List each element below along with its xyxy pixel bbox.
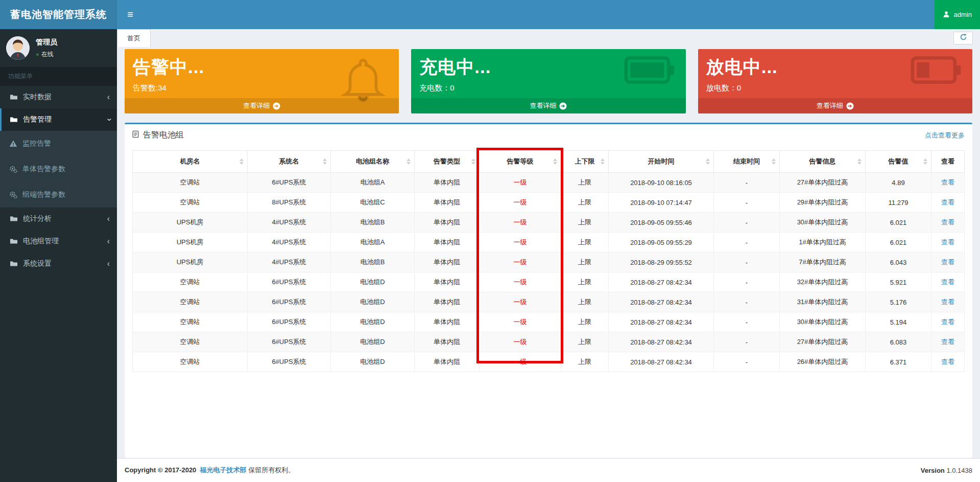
sidebar-item-alarm-management[interactable]: 告警管理‹ xyxy=(0,108,117,131)
table-cell: 一级 xyxy=(480,292,561,312)
view-more-link[interactable]: 点击查看更多 xyxy=(925,131,965,140)
table-cell: 6#UPS系统 xyxy=(248,312,331,332)
column-header[interactable]: 开始时间 xyxy=(609,151,714,173)
warning-triangle-icon xyxy=(9,140,17,148)
sidebar-item-system-settings[interactable]: 系统设置‹ xyxy=(0,253,117,275)
sidebar-item-group-alarm-params[interactable]: 组端告警参数 xyxy=(0,182,117,208)
table-cell: 1#单体内阻过高 xyxy=(780,233,866,253)
table-cell: 6#UPS系统 xyxy=(248,332,331,352)
column-header[interactable]: 结束时间 xyxy=(714,151,780,173)
table-cell: 空调站 xyxy=(133,292,248,312)
view-link[interactable]: 查看 xyxy=(941,318,954,326)
table-cell: UPS机房 xyxy=(133,233,248,253)
table-cell: 2018-08-27 08:42:34 xyxy=(609,352,714,372)
table-row: 空调站6#UPS系统电池组D单体内阻一级上限2018-08-27 08:42:3… xyxy=(133,292,965,312)
app-title[interactable]: 蓄电池智能管理系统 xyxy=(0,0,117,29)
table-cell: 电池组D xyxy=(331,332,415,352)
table-cell: 11.279 xyxy=(866,193,931,213)
table-cell: 29#单体内阻过高 xyxy=(780,193,866,213)
discharging-card-details-button[interactable]: 查看详细 xyxy=(698,98,972,113)
column-header[interactable]: 告警类型 xyxy=(415,151,480,173)
table-cell: 一级 xyxy=(480,193,561,213)
view-link[interactable]: 查看 xyxy=(941,198,954,206)
column-header[interactable]: 电池组名称 xyxy=(331,151,415,173)
column-header[interactable]: 机房名 xyxy=(133,151,248,173)
tab-bar: 首页 xyxy=(117,29,980,47)
table-cell: 5.921 xyxy=(866,272,931,292)
alarm-card: 告警中... 告警数:34 查看详细 xyxy=(125,49,399,113)
avatar xyxy=(6,36,30,60)
navbar: ≡ admin xyxy=(117,0,980,29)
table-cell: 4.89 xyxy=(866,173,931,193)
table-cell: 6.021 xyxy=(866,213,931,233)
table-cell: 单体内阻 xyxy=(415,272,480,292)
charging-card-details-button[interactable]: 查看详细 xyxy=(411,98,685,113)
view-link[interactable]: 查看 xyxy=(941,238,954,246)
table-cell: 26#单体内阻过高 xyxy=(780,352,866,372)
table-cell: 上限 xyxy=(561,213,609,233)
sidebar-item-battery-group-management[interactable]: 电池组管理‹ xyxy=(0,230,117,253)
tab-home[interactable]: 首页 xyxy=(117,29,151,47)
view-link[interactable]: 查看 xyxy=(941,258,954,266)
view-link[interactable]: 查看 xyxy=(941,178,954,186)
arrow-circle-right-icon xyxy=(559,102,567,110)
table-cell: 单体内阻 xyxy=(415,173,480,193)
table-row: 空调站6#UPS系统电池组D单体内阻一级上限2018-08-27 08:42:3… xyxy=(133,272,965,292)
table-cell: 6.083 xyxy=(866,332,931,352)
table-cell: 30#单体内阻过高 xyxy=(780,312,866,332)
table-cell: 电池组B xyxy=(331,253,415,272)
table-cell: UPS机房 xyxy=(133,253,248,272)
sidebar-item-realtime-data[interactable]: 实时数据‹ xyxy=(0,86,117,108)
gears-icon xyxy=(9,165,17,173)
column-header[interactable]: 上下限 xyxy=(561,151,609,173)
sort-arrows-icon xyxy=(471,158,475,165)
chevron-left-icon: ‹ xyxy=(107,216,110,221)
column-header[interactable]: 告警信息 xyxy=(780,151,866,173)
table-cell: 4#UPS系统 xyxy=(248,233,331,253)
sidebar-user-panel: 管理员 ●在线 xyxy=(0,29,117,67)
chevron-left-icon: ‹ xyxy=(107,95,110,100)
column-header[interactable]: 告警值 xyxy=(866,151,931,173)
sidebar-menu: 实时数据‹ 告警管理‹ 监控告警 单体告警参数 组端告警参数 xyxy=(0,86,117,275)
sort-arrows-icon xyxy=(240,158,244,165)
sidebar-item-cell-alarm-params[interactable]: 单体告警参数 xyxy=(0,156,117,182)
table-cell: 一级 xyxy=(480,272,561,292)
sidebar-user-name: 管理员 xyxy=(36,38,57,47)
view-link[interactable]: 查看 xyxy=(941,218,954,226)
table-cell: - xyxy=(714,272,780,292)
alarm-card-details-button[interactable]: 查看详细 xyxy=(125,98,399,113)
table-cell: 2018-09-05 09:55:46 xyxy=(609,213,714,233)
copyright-text: Copyright © 2017-2020 xyxy=(125,466,196,474)
view-link[interactable]: 查看 xyxy=(941,298,954,306)
sort-arrows-icon xyxy=(772,158,776,165)
view-link[interactable]: 查看 xyxy=(941,338,954,346)
table-cell: 上限 xyxy=(561,253,609,272)
view-link[interactable]: 查看 xyxy=(941,278,954,286)
table-cell: 电池组D xyxy=(331,272,415,292)
menu-section-label: 功能菜单 xyxy=(0,67,117,86)
table-cell: 一级 xyxy=(480,233,561,253)
sidebar-item-monitor-alarm[interactable]: 监控告警 xyxy=(0,131,117,156)
table-cell: 一级 xyxy=(480,173,561,193)
table-cell: 上限 xyxy=(561,193,609,213)
sort-arrows-icon xyxy=(857,158,862,165)
user-menu[interactable]: admin xyxy=(935,0,980,29)
table-cell: 空调站 xyxy=(133,193,248,213)
table-cell: 5.194 xyxy=(866,312,931,332)
view-link[interactable]: 查看 xyxy=(941,358,954,365)
column-header[interactable]: 系统名 xyxy=(248,151,331,173)
column-header[interactable]: 告警等级 xyxy=(480,151,561,173)
table-cell: 空调站 xyxy=(133,312,248,332)
table-cell: 空调站 xyxy=(133,352,248,372)
company-link[interactable]: 福光电子技术部 xyxy=(200,466,247,474)
table-cell: - xyxy=(714,292,780,312)
table-cell: 单体内阻 xyxy=(415,352,480,372)
table-cell: 27#单体内阻过高 xyxy=(780,173,866,193)
online-dot-icon: ● xyxy=(36,51,39,57)
chevron-left-icon: ‹ xyxy=(107,261,110,266)
sidebar-toggle-button[interactable]: ≡ xyxy=(117,0,144,29)
refresh-button[interactable] xyxy=(953,32,973,44)
sidebar-item-statistics[interactable]: 统计分析‹ xyxy=(0,208,117,230)
table-cell: 6.021 xyxy=(866,233,931,253)
table-cell: 30#单体内阻过高 xyxy=(780,213,866,233)
